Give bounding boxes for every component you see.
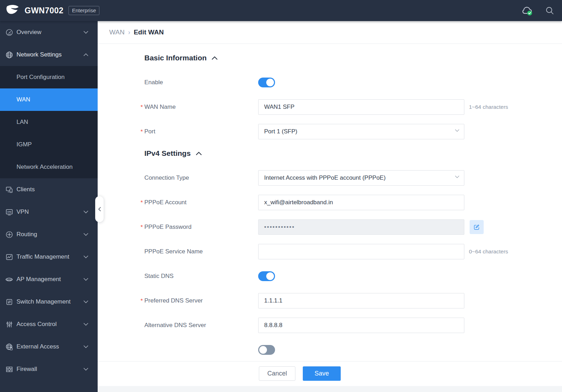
pencil-edit-icon [473,224,480,231]
field-hint: 1~64 characters [469,104,508,110]
hidden-toggle[interactable] [258,345,275,355]
field-row-static-dns: Static DNS [144,268,562,284]
pppoe-service-name-input[interactable] [258,244,464,259]
wan-name-input[interactable] [258,99,464,115]
sidebar-item-lan[interactable]: LAN [0,111,98,133]
enterprise-badge: Enterprise [68,6,99,15]
sidebar-item-label: Clients [17,186,35,193]
sidebar-subitem-label: IGMP [17,141,32,148]
static-dns-toggle[interactable] [258,271,275,281]
sidebar-item-external-access[interactable]: External Access [0,335,98,358]
network-settings-submenu: Port Configuration WAN LAN IGMP Network … [0,66,98,178]
sidebar-item-traffic-management[interactable]: Traffic Management [0,246,98,268]
chevron-left-icon [98,207,101,212]
sidebar-item-label: Traffic Management [17,253,69,260]
routing-icon [5,230,13,239]
pppoe-account-input[interactable] [258,195,464,210]
field-row-wan-name: *WAN Name 1~64 characters [144,99,562,115]
sidebar-item-firewall[interactable]: Firewall [0,358,98,380]
firewall-icon [5,365,13,373]
sidebar-item-switch-management[interactable]: Switch Management [0,291,98,313]
port-select[interactable] [258,124,464,139]
field-hint: 0~64 characters [469,248,508,255]
sidebar-nav: Overview Network Settings Port Conf [0,21,98,392]
section-title: IPv4 Settings [144,149,191,158]
form-action-bar: Cancel Save [98,361,562,386]
top-header: GWN7002 Enterprise [0,0,562,21]
sidebar-item-routing[interactable]: Routing [0,223,98,246]
cloud-status-icon[interactable] [521,5,535,16]
chevron-down-icon [83,31,89,34]
sidebar-item-label: Firewall [17,366,37,373]
field-label: *Port [144,128,258,135]
required-asterisk: * [140,298,143,305]
field-label: Alternative DNS Server [144,322,258,329]
chevron-down-icon [83,367,89,371]
collapse-chevron-up-icon [196,152,202,155]
enable-toggle[interactable] [258,78,275,87]
sidebar-item-label: Network Settings [17,51,62,58]
sidebar-item-access-control[interactable]: Access Control [0,313,98,335]
preferred-dns-input[interactable] [258,293,464,308]
sidebar-item-vpn[interactable]: VPN VPN [0,201,98,223]
page-bottom-strip [98,386,562,392]
main-content: WAN › Edit WAN Basic Information Enable … [98,21,562,392]
field-row-pppoe-account: *PPPoE Account [144,195,562,210]
sidebar-item-network-acceleration[interactable]: Network Acceleration [0,156,98,178]
field-row-alternative-dns: Alternative DNS Server [144,318,562,333]
sidebar-item-label: External Access [17,343,59,350]
alternative-dns-input[interactable] [258,318,464,333]
search-icon[interactable] [545,6,554,15]
toggle-knob [259,346,267,354]
sidebar-item-label: Routing [17,231,37,238]
sidebar-subitem-label: LAN [17,119,28,126]
sidebar-item-igmp[interactable]: IGMP [0,133,98,156]
chevron-down-icon [83,323,89,326]
sliders-icon [5,320,13,328]
required-asterisk: * [140,128,143,135]
section-basic-information[interactable]: Basic Information [144,54,562,62]
save-button[interactable]: Save [303,366,341,381]
sidebar-collapse-handle[interactable] [95,196,104,222]
clients-icon [5,185,13,194]
breadcrumb: WAN › Edit WAN [98,21,562,44]
sidebar-item-ap-management[interactable]: AP Management [0,268,98,291]
page-title: Edit WAN [134,28,164,36]
field-row-enable: Enable [144,75,562,90]
device-model-title: GWN7002 [25,6,64,15]
field-row-pppoe-service-name: PPPoE Service Name 0~64 characters [144,244,562,259]
section-ipv4-settings[interactable]: IPv4 Settings [144,149,562,158]
field-label: PPPoE Service Name [144,248,258,255]
field-label: *WAN Name [144,104,258,111]
sidebar-item-wan[interactable]: WAN [0,88,98,111]
chevron-down-icon [83,345,89,348]
sidebar-item-clients[interactable]: Clients [0,178,98,201]
field-row-pppoe-password: *PPPoE Password [144,219,562,235]
field-row-preferred-dns: *Preferred DNS Server [144,293,562,308]
collapse-chevron-up-icon [211,56,218,60]
field-row-partially-hidden [144,342,562,358]
field-label: Enable [144,79,258,86]
breadcrumb-wan-link[interactable]: WAN [109,28,125,36]
connection-type-select[interactable] [258,170,464,186]
globe-icon [5,51,13,59]
sidebar-item-port-configuration[interactable]: Port Configuration [0,66,98,88]
switch-icon [5,298,13,306]
cancel-button[interactable]: Cancel [259,366,295,381]
app-window: GWN7002 Enterprise [0,0,562,392]
field-label: *Preferred DNS Server [144,297,258,304]
sidebar-subitem-label: Network Acceleration [17,164,73,171]
edit-password-button[interactable] [470,220,484,234]
sidebar-item-network-settings[interactable]: Network Settings [0,44,98,66]
globe-lock-icon [5,343,13,351]
required-asterisk: * [140,199,143,206]
section-title: Basic Information [144,54,207,62]
svg-text:VPN: VPN [7,211,11,213]
chevron-down-icon [83,210,89,214]
access-point-icon [5,275,13,284]
chevron-down-icon [83,300,89,304]
required-asterisk: * [140,104,143,111]
sidebar-subitem-label: WAN [17,96,30,103]
sidebar-item-overview[interactable]: Overview [0,21,98,44]
traffic-chart-icon [5,253,13,261]
